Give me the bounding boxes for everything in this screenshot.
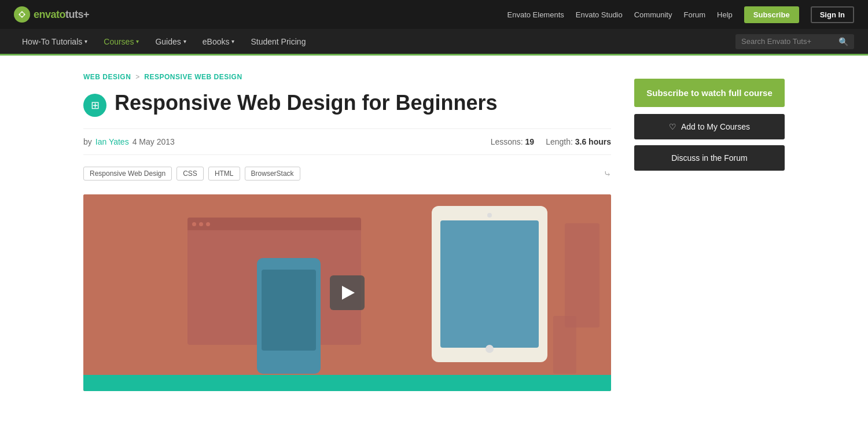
play-triangle-icon (342, 286, 355, 300)
phone-screen (262, 270, 316, 351)
tags-row: Responsive Web Design CSS HTML BrowserSt… (83, 167, 611, 181)
nav-courses[interactable]: Courses ▾ (95, 28, 147, 55)
search-icon: 🔍 (838, 37, 848, 46)
course-icon: ⊞ (83, 94, 106, 117)
nav-community[interactable]: Community (634, 10, 672, 19)
discuss-forum-button[interactable]: Discuss in the Forum (634, 145, 785, 171)
add-to-courses-label: Add to My Courses (681, 122, 750, 131)
breadcrumb: WEB DESIGN > RESPONSIVE WEB DESIGN (83, 73, 611, 81)
svg-point-1 (20, 13, 24, 16)
signin-button[interactable]: Sign In (811, 6, 854, 23)
chevron-down-icon: ▾ (183, 38, 186, 45)
course-length: Length: 3.6 hours (546, 137, 611, 146)
content-area: WEB DESIGN > RESPONSIVE WEB DESIGN ⊞ Res… (83, 73, 611, 391)
nav-help[interactable]: Help (717, 10, 733, 19)
course-title: Responsive Web Design for Beginners (115, 90, 497, 115)
main-container: WEB DESIGN > RESPONSIVE WEB DESIGN ⊞ Res… (69, 56, 799, 408)
tag-browserstack[interactable]: BrowserStack (245, 167, 300, 181)
search-box[interactable]: 🔍 (735, 34, 854, 49)
sidebar: Subscribe to watch full course ♡ Add to … (634, 73, 785, 391)
nav-student-pricing[interactable]: Student Pricing (242, 28, 314, 55)
nav-how-to-tutorials[interactable]: How-To Tutorials ▾ (14, 28, 95, 55)
breadcrumb-web-design[interactable]: WEB DESIGN (83, 73, 131, 81)
share-icon[interactable]: ⤷ (604, 168, 611, 179)
subscribe-watch-button[interactable]: Subscribe to watch full course (634, 79, 785, 107)
tag-css[interactable]: CSS (176, 167, 204, 181)
nav-forum[interactable]: Forum (683, 10, 705, 19)
secondary-nav-links: How-To Tutorials ▾ Courses ▾ Guides ▾ eB… (14, 28, 314, 55)
meta-row: by Ian Yates 4 May 2013 Lessons: 19 Leng… (83, 128, 611, 155)
author-label: by (83, 137, 92, 146)
chevron-down-icon: ▾ (136, 38, 139, 45)
add-to-courses-button[interactable]: ♡ Add to My Courses (634, 114, 785, 139)
dot-2 (199, 222, 203, 226)
device-browser-bar (187, 218, 361, 230)
lessons-count: Lessons: 19 (491, 137, 535, 146)
device-tablet (432, 206, 547, 362)
meta-stats: Lessons: 19 Length: 3.6 hours (491, 137, 611, 146)
chevron-down-icon: ▾ (231, 38, 234, 45)
tag-responsive-web-design[interactable]: Responsive Web Design (83, 167, 172, 181)
subscribe-button[interactable]: Subscribe (744, 6, 799, 23)
tablet-home-btn (486, 345, 494, 353)
nav-envato-studio[interactable]: Envato Studio (576, 10, 623, 19)
deco-rect-2 (553, 316, 576, 374)
search-input[interactable] (741, 37, 834, 46)
tag-list: Responsive Web Design CSS HTML BrowserSt… (83, 167, 300, 181)
course-title-row: ⊞ Responsive Web Design for Beginners (83, 90, 611, 117)
device-phone (257, 258, 321, 374)
top-navbar: envatotuts+ Envato Elements Envato Studi… (0, 0, 868, 29)
nav-guides[interactable]: Guides ▾ (147, 28, 194, 55)
heart-icon: ♡ (669, 122, 676, 131)
nav-envato-elements[interactable]: Envato Elements (507, 10, 564, 19)
deco-rect-1 (565, 223, 599, 327)
nav-ebooks[interactable]: eBooks ▾ (194, 28, 243, 55)
breadcrumb-responsive-web-design[interactable]: RESPONSIVE WEB DESIGN (144, 73, 242, 81)
secondary-navbar: How-To Tutorials ▾ Courses ▾ Guides ▾ eB… (0, 29, 868, 56)
course-video[interactable] (83, 194, 611, 391)
course-icon-symbol: ⊞ (91, 99, 100, 112)
logo[interactable]: envatotuts+ (14, 6, 89, 23)
top-nav-links: Envato Elements Envato Studio Community … (507, 6, 855, 23)
author-link[interactable]: Ian Yates (95, 137, 129, 146)
tag-html[interactable]: HTML (208, 167, 240, 181)
video-bottom-bar (83, 375, 611, 391)
dot-1 (192, 222, 196, 226)
course-date: 4 May 2013 (133, 137, 175, 146)
breadcrumb-separator: > (135, 73, 139, 81)
dot-3 (206, 222, 210, 226)
play-button[interactable] (330, 275, 365, 310)
meta-author: by Ian Yates 4 May 2013 (83, 137, 175, 146)
tablet-camera (487, 213, 492, 218)
logo-text: envatotuts+ (34, 9, 89, 21)
chevron-down-icon: ▾ (84, 38, 87, 45)
tablet-screen (440, 220, 539, 348)
